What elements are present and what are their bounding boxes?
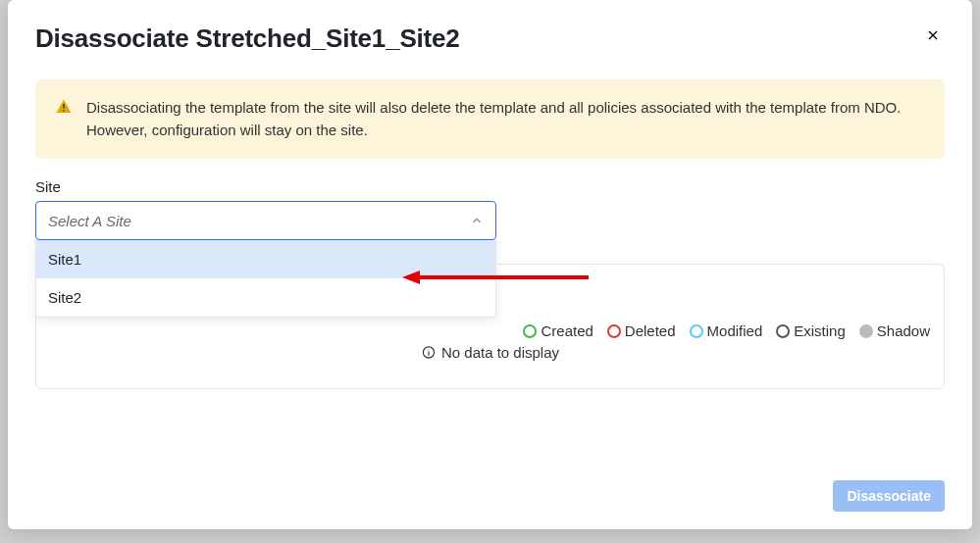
modal-title: Disassociate Stretched_Site1_Site2 (35, 24, 460, 54)
site-select-wrap: Select A Site Site1 Site2 (35, 201, 496, 240)
chevron-up-icon (470, 214, 484, 227)
legend-modified-label: Modified (707, 322, 763, 339)
dropdown-option-site2[interactable]: Site2 (36, 278, 495, 317)
no-data-message: No data to display (421, 344, 559, 361)
legend-shadow: Shadow (859, 322, 930, 339)
circle-modified-icon (690, 324, 703, 338)
legend-existing-label: Existing (794, 322, 846, 339)
circle-existing-icon (776, 324, 790, 338)
warning-banner: Disassociating the template from the sit… (35, 79, 945, 159)
legend-created-label: Created (541, 322, 593, 339)
info-icon (421, 345, 436, 360)
site-label: Site (35, 178, 945, 195)
legend-row: Created Deleted Modified Existing Shadow (523, 322, 930, 339)
legend-shadow-label: Shadow (877, 322, 930, 339)
circle-deleted-icon (607, 324, 621, 338)
disassociate-button[interactable]: Disassociate (833, 480, 945, 512)
close-button[interactable] (921, 24, 945, 47)
modal-header: Disassociate Stretched_Site1_Site2 (35, 24, 945, 54)
circle-shadow-icon (859, 324, 873, 338)
legend-created: Created (523, 322, 593, 339)
warning-text: Disassociating the template from the sit… (86, 97, 925, 141)
legend-deleted: Deleted (607, 322, 676, 339)
legend-deleted-label: Deleted (625, 322, 676, 339)
site-dropdown: Site1 Site2 (35, 240, 496, 318)
svg-rect-0 (63, 104, 65, 109)
legend-existing: Existing (776, 322, 846, 339)
disassociate-modal: Disassociate Stretched_Site1_Site2 Disas… (8, 0, 972, 529)
site-select[interactable]: Select A Site (35, 201, 496, 240)
svg-rect-1 (63, 110, 65, 112)
legend-modified: Modified (690, 322, 763, 339)
site-select-placeholder: Select A Site (48, 213, 131, 229)
circle-created-icon (523, 324, 537, 338)
svg-point-4 (428, 349, 429, 350)
close-icon (925, 27, 941, 43)
modal-footer: Disassociate (35, 461, 945, 512)
warning-icon (55, 98, 73, 116)
dropdown-option-site1[interactable]: Site1 (36, 240, 495, 278)
no-data-text: No data to display (441, 344, 559, 361)
